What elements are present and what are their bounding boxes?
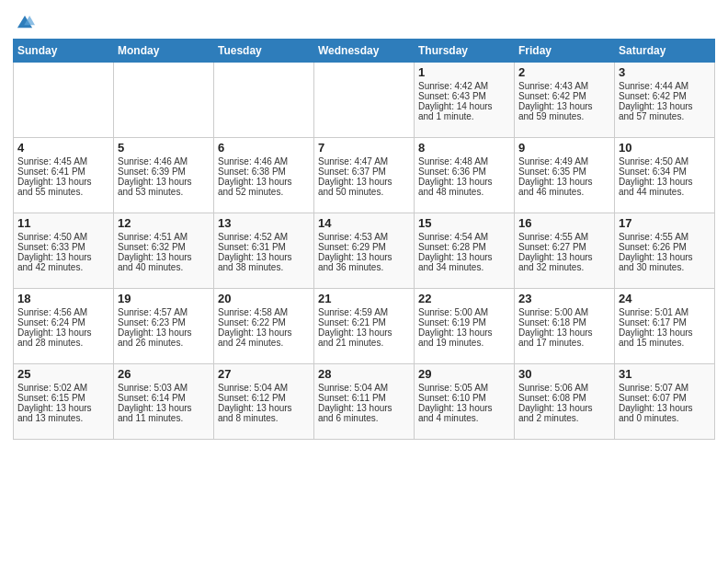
day-info: Sunset: 6:15 PM xyxy=(17,393,109,403)
calendar-cell xyxy=(314,63,415,138)
day-info: Daylight: 13 hours xyxy=(17,327,109,338)
col-header-wednesday: Wednesday xyxy=(314,40,415,63)
day-number: 29 xyxy=(418,367,510,381)
day-info: Sunrise: 4:47 AM xyxy=(318,156,410,167)
calendar-cell: 19Sunrise: 4:57 AMSunset: 6:23 PMDayligh… xyxy=(114,289,214,364)
day-info: Daylight: 13 hours xyxy=(518,327,610,338)
day-info: and 28 minutes. xyxy=(17,338,109,348)
day-info: Sunset: 6:34 PM xyxy=(619,167,711,177)
day-info: Daylight: 13 hours xyxy=(318,252,410,262)
day-info: Sunrise: 4:57 AM xyxy=(118,307,210,317)
day-info: Sunrise: 4:46 AM xyxy=(118,156,210,167)
day-info: Sunrise: 4:56 AM xyxy=(17,307,109,317)
day-number: 13 xyxy=(218,216,310,230)
calendar-week-row: 18Sunrise: 4:56 AMSunset: 6:24 PMDayligh… xyxy=(14,289,715,364)
header xyxy=(13,9,715,33)
calendar-cell: 28Sunrise: 5:04 AMSunset: 6:11 PMDayligh… xyxy=(314,364,415,440)
day-info: Sunrise: 4:52 AM xyxy=(218,232,310,242)
day-number: 3 xyxy=(619,65,711,79)
calendar-cell: 22Sunrise: 5:00 AMSunset: 6:19 PMDayligh… xyxy=(415,289,515,364)
calendar-cell: 30Sunrise: 5:06 AMSunset: 6:08 PMDayligh… xyxy=(515,364,615,440)
day-number: 18 xyxy=(17,292,109,305)
day-info: Sunrise: 5:06 AM xyxy=(518,383,610,393)
calendar-cell: 4Sunrise: 4:45 AMSunset: 6:41 PMDaylight… xyxy=(14,138,114,213)
day-info: Daylight: 13 hours xyxy=(518,403,610,413)
day-info: Sunrise: 4:54 AM xyxy=(418,232,510,242)
day-info: Sunrise: 4:55 AM xyxy=(619,232,711,242)
day-info: Sunset: 6:14 PM xyxy=(118,393,210,403)
day-info: and 21 minutes. xyxy=(318,338,410,348)
day-info: Sunset: 6:23 PM xyxy=(118,317,210,327)
day-info: and 26 minutes. xyxy=(118,338,210,348)
day-info: Sunset: 6:38 PM xyxy=(218,167,310,177)
day-info: Daylight: 13 hours xyxy=(218,177,310,187)
day-info: and 34 minutes. xyxy=(418,262,510,272)
calendar-cell: 2Sunrise: 4:43 AMSunset: 6:42 PMDaylight… xyxy=(515,63,615,138)
day-info: Sunrise: 4:45 AM xyxy=(17,156,109,167)
day-info: Sunset: 6:08 PM xyxy=(518,393,610,403)
day-number: 30 xyxy=(518,367,610,381)
day-info: Daylight: 13 hours xyxy=(218,327,310,338)
day-info: and 11 minutes. xyxy=(118,413,210,423)
calendar-cell: 31Sunrise: 5:07 AMSunset: 6:07 PMDayligh… xyxy=(615,364,715,440)
day-info: Sunrise: 5:01 AM xyxy=(619,307,711,317)
day-number: 24 xyxy=(619,292,711,305)
day-number: 1 xyxy=(418,65,510,79)
day-info: Daylight: 13 hours xyxy=(118,177,210,187)
day-info: Sunset: 6:12 PM xyxy=(218,393,310,403)
day-info: Sunset: 6:19 PM xyxy=(418,317,510,327)
day-info: Sunrise: 4:43 AM xyxy=(518,81,610,91)
day-number: 14 xyxy=(318,216,410,230)
day-info: Sunrise: 5:00 AM xyxy=(518,307,610,317)
day-number: 31 xyxy=(619,367,711,381)
day-number: 7 xyxy=(318,141,410,155)
day-info: Sunset: 6:41 PM xyxy=(17,167,109,177)
day-info: and 38 minutes. xyxy=(218,262,310,272)
day-info: Daylight: 14 hours xyxy=(418,101,510,111)
day-info: and 48 minutes. xyxy=(418,187,510,197)
calendar-cell: 18Sunrise: 4:56 AMSunset: 6:24 PMDayligh… xyxy=(14,289,114,364)
day-info: Sunset: 6:42 PM xyxy=(619,91,711,101)
calendar-week-row: 4Sunrise: 4:45 AMSunset: 6:41 PMDaylight… xyxy=(14,138,715,213)
day-info: Sunset: 6:24 PM xyxy=(17,317,109,327)
day-info: Daylight: 13 hours xyxy=(318,327,410,338)
day-info: and 36 minutes. xyxy=(318,262,410,272)
calendar-week-row: 11Sunrise: 4:50 AMSunset: 6:33 PMDayligh… xyxy=(14,213,715,289)
day-info: Daylight: 13 hours xyxy=(518,252,610,262)
day-info: Sunset: 6:43 PM xyxy=(418,91,510,101)
day-number: 9 xyxy=(518,141,610,155)
day-info: Daylight: 13 hours xyxy=(518,101,610,111)
day-info: Daylight: 13 hours xyxy=(218,252,310,262)
calendar-cell: 1Sunrise: 4:42 AMSunset: 6:43 PMDaylight… xyxy=(415,63,515,138)
day-info: Sunset: 6:22 PM xyxy=(218,317,310,327)
day-info: and 0 minutes. xyxy=(619,413,711,423)
calendar-cell xyxy=(14,63,114,138)
day-info: Daylight: 13 hours xyxy=(17,252,109,262)
day-info: Daylight: 13 hours xyxy=(418,403,510,413)
day-info: Sunset: 6:11 PM xyxy=(318,393,410,403)
day-info: and 4 minutes. xyxy=(418,413,510,423)
page-container: SundayMondayTuesdayWednesdayThursdayFrid… xyxy=(0,0,728,449)
day-info: and 42 minutes. xyxy=(17,262,109,272)
day-info: Sunset: 6:31 PM xyxy=(218,242,310,252)
day-info: and 44 minutes. xyxy=(619,187,711,197)
calendar-cell: 3Sunrise: 4:44 AMSunset: 6:42 PMDaylight… xyxy=(615,63,715,138)
day-number: 20 xyxy=(218,292,310,305)
day-info: and 13 minutes. xyxy=(17,413,109,423)
day-info: Sunset: 6:26 PM xyxy=(619,242,711,252)
col-header-thursday: Thursday xyxy=(415,40,515,63)
calendar-cell: 27Sunrise: 5:04 AMSunset: 6:12 PMDayligh… xyxy=(214,364,314,440)
calendar-cell: 5Sunrise: 4:46 AMSunset: 6:39 PMDaylight… xyxy=(114,138,214,213)
day-info: Daylight: 13 hours xyxy=(619,177,711,187)
day-info: Sunrise: 5:04 AM xyxy=(218,383,310,393)
calendar-cell: 7Sunrise: 4:47 AMSunset: 6:37 PMDaylight… xyxy=(314,138,415,213)
day-info: and 57 minutes. xyxy=(619,111,711,121)
day-info: and 53 minutes. xyxy=(118,187,210,197)
day-info: Sunset: 6:21 PM xyxy=(318,317,410,327)
day-info: Sunset: 6:35 PM xyxy=(518,167,610,177)
day-info: and 40 minutes. xyxy=(118,262,210,272)
day-info: Sunrise: 4:55 AM xyxy=(518,232,610,242)
day-info: and 2 minutes. xyxy=(518,413,610,423)
day-info: Sunrise: 4:49 AM xyxy=(518,156,610,167)
calendar-cell: 13Sunrise: 4:52 AMSunset: 6:31 PMDayligh… xyxy=(214,213,314,289)
